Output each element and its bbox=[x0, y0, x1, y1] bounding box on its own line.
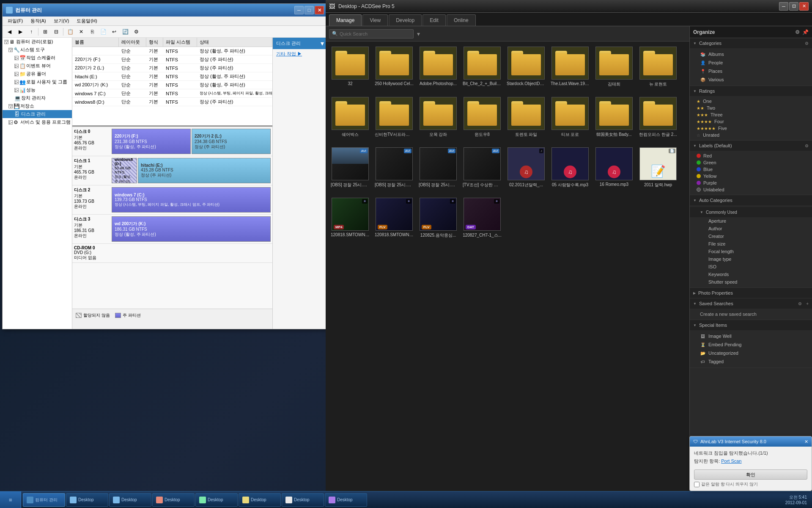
start-button[interactable]: ⊞ bbox=[0, 491, 21, 508]
list-item[interactable]: The.Last.Wave.197... bbox=[549, 45, 591, 94]
tree-item-storage[interactable]: ▽ 💾 저장소 bbox=[3, 102, 72, 110]
list-item[interactable]: ☀ FLV 120818.SMTOWN ... bbox=[373, 196, 415, 245]
toolbar-btn-props[interactable]: ⚙ bbox=[131, 27, 141, 36]
rating-five[interactable]: ★★★★★ Five bbox=[690, 125, 812, 132]
rating-three[interactable]: ★★★ Three bbox=[690, 111, 812, 118]
tree-item-scheduler[interactable]: ▷ 📅 작업 스케줄러 bbox=[3, 54, 72, 62]
rating-one[interactable]: ★ One bbox=[690, 98, 812, 105]
tab-develop[interactable]: Develop bbox=[389, 14, 422, 26]
table-row[interactable]: 220기가 2 (L:) 단순 기본 NTFS 정상 (주 파티션) bbox=[72, 64, 272, 72]
list-item[interactable]: 250 Hollywood Cel... bbox=[373, 45, 415, 94]
list-item[interactable]: 오목 강좌 bbox=[417, 95, 459, 144]
toolbar-up[interactable]: ↑ bbox=[26, 27, 36, 36]
section-categories-header[interactable]: ▼ Categories ⚙ bbox=[690, 38, 812, 48]
tree-item-performance[interactable]: ▷ 📊 성능 bbox=[3, 86, 72, 94]
disk-1-partition-e[interactable]: hitachi (E:) 415.28 GB NTFS 정상 (주 파티션) bbox=[138, 158, 271, 183]
tree-expand-perf[interactable]: ▷ bbox=[14, 88, 19, 92]
taskbar-item-computer-mgmt[interactable]: 컴퓨터 관리 bbox=[23, 493, 65, 507]
mgmt-minimize-button[interactable]: ─ bbox=[294, 6, 304, 14]
taskbar-item-desktop-6[interactable]: Desktop bbox=[282, 493, 324, 507]
section-saved-searches-header[interactable]: ▼ Saved Searches ⚙ + bbox=[690, 298, 812, 309]
acdsee-close-button[interactable]: ✕ bbox=[799, 2, 809, 11]
sidebar-item-tagged[interactable]: 🏷 Tagged bbox=[690, 357, 812, 366]
list-item[interactable]: 韓国美女拍 Bady... bbox=[593, 95, 635, 144]
list-item[interactable]: ☀ DAT 120827_CH7-1_스... bbox=[461, 196, 503, 245]
sidebar-item-keywords[interactable]: Keywords bbox=[693, 271, 812, 278]
label-purple[interactable]: Purple bbox=[690, 179, 812, 186]
toolbar-show-hide[interactable]: ⊞ bbox=[40, 27, 50, 36]
label-unlabeled[interactable]: Unlabeled bbox=[690, 186, 812, 193]
saved-searches-settings-icon[interactable]: ⚙ bbox=[798, 301, 802, 306]
list-item[interactable]: ♫ 05 사람탈수록.mp3 bbox=[549, 146, 591, 194]
toolbar-btn-paste[interactable]: 📄 bbox=[98, 27, 108, 36]
quick-search-input[interactable] bbox=[340, 31, 399, 36]
tree-expand-scheduler[interactable]: ▷ bbox=[14, 56, 19, 60]
section-labels-header[interactable]: ▼ Labels (Default) ⚙ bbox=[690, 141, 812, 151]
tree-item-services[interactable]: ▷ ⚙ 서비스 및 응용 프로그램 bbox=[3, 118, 72, 126]
sidebar-item-focal-length[interactable]: Focal length bbox=[693, 248, 812, 255]
tree-item-disk-mgmt[interactable]: 🗄 디스크 관리 bbox=[3, 110, 72, 118]
table-row[interactable]: 단순 기본 NTFS 정상 (활성, 주 파티션) bbox=[72, 47, 272, 55]
taskbar-item-desktop-1[interactable]: Desktop bbox=[66, 493, 108, 507]
table-row[interactable]: 220기가 (F:) 단순 기본 NTFS 정상 (주 파티션) bbox=[72, 55, 272, 64]
list-item[interactable]: Bit_Che_2_+_Build_... bbox=[461, 45, 503, 94]
menu-file[interactable]: 파일(F) bbox=[4, 17, 26, 25]
rating-unrated[interactable]: ☆ Unrated bbox=[690, 132, 812, 138]
list-item[interactable]: 윈도우8 bbox=[461, 95, 503, 144]
ahnlab-no-repeat-checkbox[interactable] bbox=[694, 482, 700, 487]
taskbar-item-desktop-2[interactable]: Desktop bbox=[109, 493, 151, 507]
menu-view[interactable]: 보기(V) bbox=[50, 17, 73, 25]
tab-edit[interactable]: Edit bbox=[422, 14, 446, 26]
disk-1-partition-d[interactable]: windows8 (D:) 50.48 GB NTFS 정상 (활성, 주 파티… bbox=[112, 158, 137, 183]
mgmt-close-button[interactable]: ✕ bbox=[315, 6, 324, 14]
settings-icon[interactable]: ⚙ bbox=[795, 29, 800, 35]
toolbar-btn-x[interactable]: ✕ bbox=[76, 27, 86, 36]
rating-four[interactable]: ★★★★ Four bbox=[690, 118, 812, 125]
menu-action[interactable]: 동작(A) bbox=[27, 17, 49, 25]
tree-item-root[interactable]: ▽ 🖥 컴퓨터 관리(로컬) bbox=[3, 38, 72, 46]
list-item[interactable]: Stardock.ObjectDo... bbox=[505, 45, 547, 94]
saved-searches-add-icon[interactable]: + bbox=[806, 301, 809, 306]
create-saved-search-button[interactable]: Create a new saved search bbox=[690, 310, 812, 318]
disk-3-partition-k[interactable]: wd 200기가 (K:) 186.31 GB NTFS 정상 (활성, 주 파… bbox=[112, 216, 271, 242]
tab-view[interactable]: View bbox=[362, 14, 388, 26]
list-item[interactable]: 뉴 로현토 bbox=[637, 45, 679, 94]
tree-expand-system[interactable]: ▽ bbox=[8, 48, 13, 52]
toolbar-export[interactable]: 📋 bbox=[65, 27, 75, 36]
mgmt-maximize-button[interactable]: □ bbox=[304, 6, 314, 14]
tree-expand-users[interactable]: ▷ bbox=[14, 80, 19, 84]
list-item[interactable]: Adobe.Photoshop... bbox=[417, 45, 459, 94]
sidebar-item-image-well[interactable]: 🖼 Image Well bbox=[690, 332, 812, 340]
sidebar-item-aperture[interactable]: Aperture bbox=[693, 217, 812, 225]
tree-item-shared[interactable]: ▷ 📁 공유 폴더 bbox=[3, 70, 72, 78]
col-type[interactable]: 형식 bbox=[146, 38, 163, 47]
tree-expand-shared[interactable]: ▷ bbox=[14, 72, 19, 76]
sidebar-item-people[interactable]: 👤 People bbox=[690, 58, 812, 67]
label-yellow[interactable]: Yellow bbox=[690, 173, 812, 179]
taskbar-item-desktop-3[interactable]: Desktop bbox=[152, 493, 195, 507]
taskbar-item-desktop-7[interactable]: Desktop bbox=[325, 493, 367, 507]
table-row[interactable]: wd 200기가 (K:) 단순 기본 NTFS 정상 (활성, 주 파티션) bbox=[72, 81, 272, 89]
list-item[interactable]: ☀ AVI [OBS] 경찰 25시.El... bbox=[417, 146, 459, 194]
list-item[interactable]: 김태희 bbox=[593, 45, 635, 94]
sidebar-item-creator[interactable]: Creator bbox=[693, 232, 812, 240]
list-item[interactable]: 쉐어박스 bbox=[329, 95, 371, 144]
tree-expand-storage[interactable]: ▽ bbox=[8, 104, 13, 108]
rating-two[interactable]: ★★ Two bbox=[690, 105, 812, 111]
ahnlab-ok-button[interactable]: 확인 bbox=[694, 469, 807, 480]
list-item[interactable]: 📄 📝 2011 달력.hwp bbox=[637, 146, 679, 194]
section-special-items-header[interactable]: ▼ Special Items bbox=[690, 320, 812, 330]
disk-2-partition-c[interactable]: windows 7 (C:) 139.73 GB NTFS 정상 (시스템, 부… bbox=[112, 187, 271, 213]
label-red[interactable]: Red bbox=[690, 152, 812, 159]
table-row[interactable]: windows8 (D:) 단순 기본 NTFS 정상 (주 파티션) bbox=[72, 98, 272, 106]
pin-icon[interactable]: 📌 bbox=[802, 29, 809, 35]
list-item[interactable]: ☀ AVI [TV조선] 수상한 수... bbox=[461, 146, 503, 194]
toolbar-forward[interactable]: ▶ bbox=[15, 27, 25, 36]
toolbar-btn-refresh[interactable]: 🔄 bbox=[120, 27, 130, 36]
sidebar-item-places[interactable]: 📍 Places bbox=[690, 67, 812, 75]
list-item[interactable]: ♫ 16 Romeo.mp3 bbox=[593, 146, 635, 194]
tree-expand-event[interactable]: ▷ bbox=[14, 64, 19, 68]
tree-item-system[interactable]: ▽ 🔧 시스템 도구 bbox=[3, 46, 72, 54]
list-item[interactable]: ☀ MP4 120818.SMTOWN ... bbox=[329, 196, 371, 245]
sidebar-item-image-type[interactable]: Image type bbox=[693, 255, 812, 263]
